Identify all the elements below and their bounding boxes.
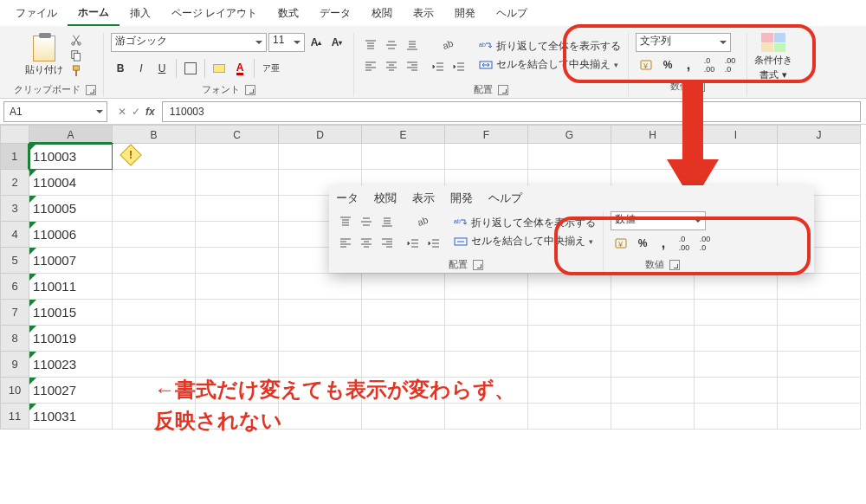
copy-icon[interactable]: [67, 48, 86, 62]
bold-button[interactable]: B: [111, 59, 130, 78]
cell-A3[interactable]: 110005: [29, 196, 113, 222]
column-header-E[interactable]: E: [362, 125, 445, 144]
name-box[interactable]: A1: [3, 101, 107, 122]
enter-icon[interactable]: ✓: [132, 106, 140, 118]
align-dialog-launcher[interactable]: [498, 85, 508, 95]
font-name-select[interactable]: 游ゴシック: [111, 33, 267, 52]
menu-home[interactable]: ホーム: [68, 1, 120, 26]
menu-file[interactable]: ファイル: [5, 2, 68, 25]
underline-button[interactable]: U: [152, 59, 171, 78]
cell-H8[interactable]: [611, 326, 695, 352]
column-header-B[interactable]: B: [113, 125, 196, 144]
r2-outdent-icon[interactable]: [404, 234, 423, 253]
cell-G11[interactable]: [528, 404, 611, 430]
clipboard-dialog-launcher[interactable]: [86, 85, 96, 95]
align-center-icon[interactable]: [382, 56, 401, 75]
r2-align-top-icon[interactable]: [336, 212, 355, 231]
cell-F6[interactable]: [445, 274, 528, 300]
cell-J11[interactable]: [778, 404, 861, 430]
cell-G7[interactable]: [528, 300, 611, 326]
menu-pagelayout[interactable]: ページ レイアウト: [161, 2, 268, 25]
cell-G1[interactable]: [528, 144, 611, 170]
cell-C3[interactable]: [196, 196, 279, 222]
column-header-F[interactable]: F: [445, 125, 528, 144]
cell-H7[interactable]: [611, 300, 695, 326]
cancel-icon[interactable]: ✕: [118, 106, 126, 118]
cell-H9[interactable]: [611, 352, 695, 378]
r2-align-dialog-launcher[interactable]: [473, 260, 483, 270]
font-dialog-launcher[interactable]: [245, 85, 255, 95]
r2-tab-data[interactable]: ータ: [336, 191, 359, 206]
r2-align-left-icon[interactable]: [336, 233, 355, 252]
cell-H11[interactable]: [611, 404, 695, 430]
border-button[interactable]: [181, 59, 200, 78]
row-header-3[interactable]: 3: [0, 196, 29, 222]
row-header-4[interactable]: 4: [0, 222, 29, 248]
align-bottom-icon[interactable]: [403, 36, 422, 55]
cell-C5[interactable]: [196, 248, 279, 274]
cell-C4[interactable]: [196, 222, 279, 248]
align-right-icon[interactable]: [403, 56, 422, 75]
cell-G6[interactable]: [528, 274, 611, 300]
cell-C6[interactable]: [196, 274, 279, 300]
indent-icon[interactable]: [449, 57, 469, 76]
r2-tab-help[interactable]: ヘルプ: [488, 191, 522, 206]
format-painter-icon[interactable]: [67, 64, 86, 78]
cell-B2[interactable]: [113, 170, 196, 196]
r2-align-right-icon[interactable]: [378, 233, 397, 252]
cell-A6[interactable]: 110011: [29, 274, 113, 300]
fx-icon[interactable]: fx: [145, 106, 155, 118]
cell-I8[interactable]: [695, 326, 778, 352]
cell-E7[interactable]: [362, 300, 445, 326]
cell-F1[interactable]: [445, 144, 528, 170]
ruby-button[interactable]: ア亜: [259, 59, 283, 78]
cell-C8[interactable]: [196, 326, 279, 352]
cell-E1[interactable]: [362, 144, 445, 170]
row-header-11[interactable]: 11: [0, 404, 29, 430]
decrease-font-icon[interactable]: A▾: [327, 33, 346, 52]
cell-J9[interactable]: [778, 352, 861, 378]
cell-G10[interactable]: [528, 378, 611, 404]
cell-D1[interactable]: [279, 144, 362, 170]
cell-A1[interactable]: 110003: [29, 144, 113, 170]
cell-I7[interactable]: [695, 300, 778, 326]
cell-A2[interactable]: 110004: [29, 170, 113, 196]
column-header-G[interactable]: G: [528, 125, 611, 144]
cell-D8[interactable]: [279, 326, 362, 352]
cell-A10[interactable]: 110027: [29, 378, 113, 404]
align-left-icon[interactable]: [361, 56, 380, 75]
cell-A7[interactable]: 110015: [29, 300, 113, 326]
select-all-corner[interactable]: [0, 125, 29, 144]
r2-align-bottom-icon[interactable]: [378, 212, 397, 231]
cell-D7[interactable]: [279, 300, 362, 326]
cell-G9[interactable]: [528, 352, 611, 378]
cell-J7[interactable]: [778, 300, 861, 326]
menu-review[interactable]: 校閲: [361, 2, 403, 25]
cell-J8[interactable]: [778, 326, 861, 352]
r2-align-middle-icon[interactable]: [357, 212, 376, 231]
cell-B3[interactable]: [113, 196, 196, 222]
cell-B7[interactable]: [113, 300, 196, 326]
cell-B5[interactable]: [113, 248, 196, 274]
r2-align-center-icon[interactable]: [357, 233, 376, 252]
font-color-button[interactable]: A: [230, 59, 249, 78]
cell-A9[interactable]: 110023: [29, 352, 113, 378]
cell-I6[interactable]: [695, 274, 778, 300]
menu-view[interactable]: 表示: [403, 2, 444, 25]
row-header-8[interactable]: 8: [0, 326, 29, 352]
row-header-7[interactable]: 7: [0, 300, 29, 326]
align-top-icon[interactable]: [361, 36, 380, 55]
cell-A8[interactable]: 110019: [29, 326, 113, 352]
menu-formulas[interactable]: 数式: [268, 2, 309, 25]
paste-icon[interactable]: [33, 36, 55, 61]
cut-icon[interactable]: [67, 33, 86, 47]
cell-B8[interactable]: [113, 326, 196, 352]
r2-indent-icon[interactable]: [424, 234, 443, 253]
increase-font-icon[interactable]: A▴: [307, 33, 326, 52]
cell-A5[interactable]: 110007: [29, 248, 113, 274]
column-header-C[interactable]: C: [196, 125, 279, 144]
cell-B6[interactable]: [113, 274, 196, 300]
cell-A11[interactable]: 110031: [29, 404, 113, 430]
row-header-5[interactable]: 5: [0, 248, 29, 274]
column-header-J[interactable]: J: [778, 125, 861, 144]
